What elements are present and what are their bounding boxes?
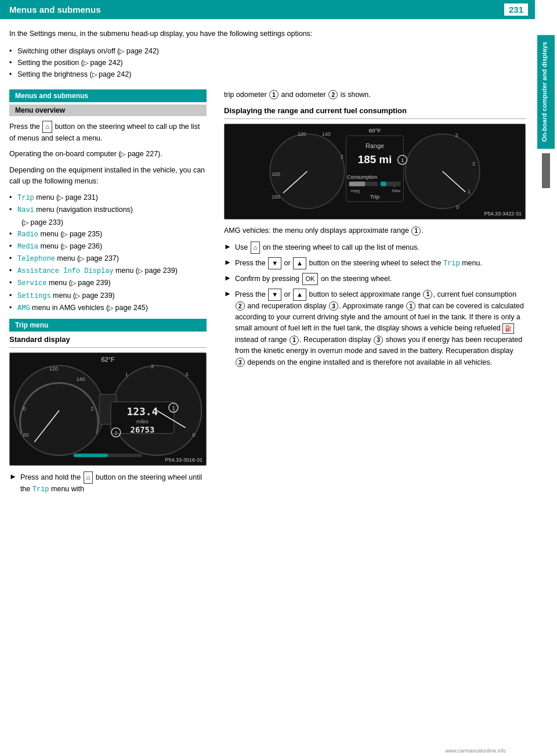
svg-text:Range: Range: [366, 143, 384, 150]
circle-2c: 2: [236, 301, 245, 311]
svg-text:mpg: mpg: [351, 188, 360, 193]
home-button-icon: ⌂: [42, 121, 52, 133]
svg-text:2: 2: [341, 154, 343, 160]
svg-text:1: 1: [125, 372, 128, 377]
svg-text:3: 3: [455, 132, 458, 138]
section-divider-1: [9, 347, 207, 348]
svg-text:miles: miles: [136, 419, 149, 424]
svg-text:0: 0: [23, 406, 26, 412]
menus-submenus-header: Menus and submenus: [9, 89, 207, 102]
amg-text: AMG vehicles: the menu only displays app…: [224, 225, 526, 236]
svg-text:60: 60: [23, 431, 29, 437]
dashboard-image-right: 100 120 140 2 160 3 2 1 0 Range: [224, 124, 526, 219]
svg-text:100: 100: [272, 171, 280, 177]
svg-text:120: 120: [49, 366, 58, 372]
menu-item-radio: Radio menu (▷ page 235): [9, 228, 207, 240]
intro-bullet-list: Switching other displays on/off (▷ page …: [0, 45, 535, 80]
dashboard-image-left: 60 120 140 2 0 123.4 miles 26753: [9, 352, 207, 466]
header-bar: Menus and submenus 231: [0, 0, 535, 19]
arrow-item-press-trip: ► Press the ▼ or ▲ button on the steerin…: [224, 257, 526, 269]
circle-1d: 1: [406, 301, 415, 311]
up-btn: ▲: [293, 257, 306, 269]
circle-1c: 1: [423, 290, 432, 299]
left-column: Menus and submenus Menu overview Press t…: [9, 89, 218, 499]
intro-text: In the Settings menu, in the submenu hea…: [0, 28, 535, 39]
svg-text:140: 140: [77, 376, 85, 381]
svg-rect-23: [74, 453, 108, 457]
svg-text:0: 0: [456, 204, 459, 210]
home-btn-icon: ⌂: [251, 242, 261, 254]
two-col-layout: Menus and submenus Menu overview Press t…: [0, 89, 535, 499]
menu-items-list: Trip menu (▷ page 231) Navi menu (naviga…: [9, 192, 207, 314]
arrow-bullet-icon: ►: [9, 472, 17, 481]
circle-3d: 3: [374, 336, 383, 345]
arrow-text-1: Use ⌂ on the steering wheel to call up t…: [235, 242, 526, 254]
arrow-icon-4: ►: [224, 289, 232, 298]
range-section-title: Displaying the range and current fuel co…: [224, 106, 526, 115]
menu-overview-text2: Operating the on-board computer (▷ page …: [9, 149, 207, 160]
sidebar-tab-label: On-board computer and displays: [537, 35, 555, 149]
menu-overview-header: Menu overview: [9, 105, 207, 116]
press-hold-item: ► Press and hold the ⌂ button on the ste…: [9, 471, 207, 495]
menu-item-settings: Settings menu (▷ page 239): [9, 290, 207, 302]
trip-button-box: ⌂: [84, 471, 93, 484]
trip-menu-header: Trip menu: [9, 319, 207, 332]
up-btn-2: ▲: [293, 289, 306, 301]
menu-overview-text3: Depending on the equipment installed in …: [9, 165, 207, 188]
arrow-text-3: Confirm by pressing OK on the steering w…: [235, 273, 526, 285]
arrow-item-select-range: ► Press the ▼ or ▲ button to select appr…: [224, 289, 526, 368]
svg-text:123.4: 123.4: [127, 405, 158, 417]
circle-2: 2: [328, 90, 338, 99]
right-column: trip odometer 1 and odometer 2 is shown.…: [218, 89, 526, 499]
header-title: Menus and submenus: [9, 5, 101, 15]
svg-text:0: 0: [192, 431, 195, 437]
menu-item-navi: Navi menu (navigation instructions) (▷ p…: [9, 204, 207, 228]
menu-item-assistance: Assistance Info Display menu (▷ page 239…: [9, 265, 207, 277]
page-container: Menus and submenus 231 In the Settings m…: [0, 0, 557, 756]
svg-text:Consumption: Consumption: [347, 174, 377, 180]
sidebar-marker: [542, 153, 550, 188]
circle-1e: 1: [290, 336, 299, 345]
right-sidebar: On-board computer and displays: [535, 0, 557, 756]
menu-item-service: Service menu (▷ page 239): [9, 277, 207, 289]
svg-text:160: 160: [272, 195, 280, 200]
svg-text:Max: Max: [392, 188, 401, 193]
svg-text:2: 2: [472, 161, 475, 167]
dash-label-left: P54.33-3016-31: [165, 457, 202, 463]
svg-text:1: 1: [401, 157, 404, 163]
svg-text:26753: 26753: [131, 425, 155, 434]
trip-odometer-text: trip odometer 1 and odometer 2 is shown.: [224, 89, 526, 100]
svg-text:120: 120: [298, 131, 306, 137]
svg-text:2: 2: [114, 430, 117, 436]
circle-3e: 3: [236, 358, 245, 367]
circle-3c: 3: [329, 301, 338, 311]
svg-text:2: 2: [91, 406, 93, 412]
circle-1: 1: [269, 90, 278, 99]
circle-1b: 1: [411, 226, 421, 236]
menu-item-telephone: Telephone menu (▷ page 237): [9, 253, 207, 265]
svg-rect-46: [381, 182, 386, 186]
arrow-text-4: Press the ▼ or ▲ button to select approx…: [235, 289, 526, 368]
ok-btn: OK: [302, 273, 319, 285]
down-btn: ▼: [268, 257, 281, 269]
main-content: Menus and submenus 231 In the Settings m…: [0, 0, 535, 756]
svg-text:3: 3: [186, 372, 189, 377]
svg-rect-43: [349, 182, 366, 186]
dash-label-right: P54.33-3422-31: [484, 211, 522, 217]
menu-overview-text1: Press the ⌂ button on the steering wheel…: [9, 121, 207, 144]
down-btn-2: ▼: [268, 289, 281, 301]
svg-text:60°F: 60°F: [369, 127, 381, 134]
arrow-icon-1: ►: [224, 242, 232, 251]
bullet-item-1: Switching other displays on/off (▷ page …: [9, 45, 526, 57]
arrow-icon-3: ►: [224, 273, 232, 282]
menu-item-media: Media menu (▷ page 236): [9, 240, 207, 253]
svg-text:185 mi: 185 mi: [358, 153, 392, 165]
svg-text:1: 1: [172, 405, 175, 411]
svg-text:1: 1: [468, 189, 471, 195]
svg-text:62°F: 62°F: [101, 356, 114, 363]
page-number: 231: [504, 3, 528, 16]
press-hold-text: Press and hold the ⌂ button on the steer…: [20, 471, 207, 495]
arrow-icon-2: ►: [224, 258, 232, 267]
svg-text:140: 140: [322, 131, 331, 137]
menu-item-trip: Trip menu (▷ page 231): [9, 192, 207, 204]
